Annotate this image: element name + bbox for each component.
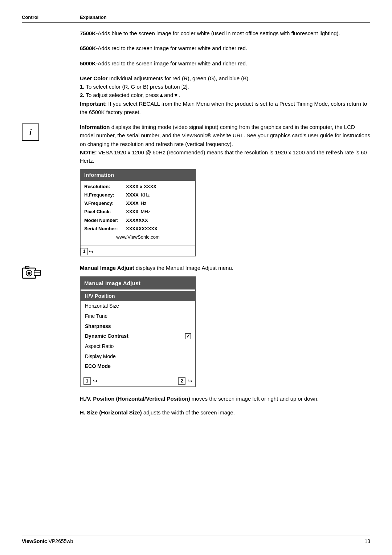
text-user-color: User Color Individual adjustments for re… [80,74,370,116]
entry-6500k: 6500K-Adds red to the screen image for w… [22,44,370,52]
info-value-serial: XXXXXXXXXX [126,225,158,232]
text-information: Information displays the timing mode (vi… [80,123,370,261]
step2-label: 2. [80,92,85,98]
svg-rect-3 [25,266,29,268]
mia-bottom-left: 1 ↪ [83,377,98,385]
info-label-hfreq: H.Frequency: [84,191,126,199]
mia-item-display-mode-label: Display Mode [85,353,116,361]
info-btn-1: 1 [81,248,88,255]
entry-manual-image-adjust: Manual Image Adjust displays the Manual … [22,264,370,392]
info-btn-1-icon: ↪ [89,247,94,256]
information-label: Information [80,124,110,130]
mia-item-finetune: Fine Tune [81,311,195,321]
info-value-pixelclock: XXXX [126,208,139,215]
mia-item-dynamic-contrast-label: Dynamic Contrast [85,332,128,340]
text-6500k: 6500K-Adds red to the screen image for w… [80,44,370,52]
info-row-url: www.ViewSonic.com [84,234,192,241]
hsize-label: H. Size (Horizontal Size) [80,409,142,416]
mia-btn-2-icon: ↪ [188,377,192,385]
info-label-serial: Serial Number: [84,225,126,232]
mia-item-display-mode: Display Mode [81,352,195,362]
info-value-vfreq: XXXX [126,200,139,207]
hv-position-label: H./V. Position (Horizontal/Vertical Posi… [80,396,190,402]
mia-item-hsize: Horizontal Size [81,301,195,311]
mia-box-title: Manual Image Adjust [81,277,195,289]
mia-btn-1-icon: ↪ [93,377,98,385]
mia-items-list: H/V Position Horizontal Size Fine Tune S… [81,289,195,374]
entry-user-color: User Color Individual adjustments for re… [22,74,370,116]
label-user-color: User Color [80,75,108,81]
header-explanation-label: Explanation [80,15,107,20]
text-7500k: 7500K-Adds blue to the screen image for … [80,29,370,37]
entry-information: i Information displays the timing mode (… [22,123,370,261]
info-unit-vfreq: Hz [141,200,147,207]
text-hsize: H. Size (Horizontal Size) adjusts the wi… [80,408,370,417]
info-label-vfreq: V.Frequency: [84,200,126,207]
info-label-pixelclock: Pixel Clock: [84,208,126,215]
mia-item-sharpness: Sharpness [81,321,195,332]
information-table: Resolution: XXXX x XXXX H.Frequency: XXX… [81,181,195,244]
info-row-vfreq: V.Frequency: XXXX Hz [84,200,192,207]
mia-item-hsize-label: Horizontal Size [85,302,119,310]
footer-model: VP2655wb [49,538,73,544]
entry-7500k: 7500K-Adds blue to the screen image for … [22,29,370,37]
mia-item-eco-mode-label: ECO Mode [85,362,111,370]
note-label: NOTE: [80,149,97,155]
svg-point-2 [28,272,30,275]
info-unit-pixelclock: MHz [141,208,151,215]
info-bottom-row: 1 ↪ [81,246,195,256]
table-header: Control Explanation [22,15,370,23]
header-control-label: Control [22,15,80,20]
mia-item-aspect-ratio-label: Aspect Ratio [85,343,114,351]
information-icon-area: i [22,123,80,141]
mia-item-eco-mode: ECO Mode [81,361,195,372]
mia-item-finetune-label: Fine Tune [85,312,107,320]
mia-item-aspect-ratio: Aspect Ratio [81,341,195,352]
info-label-model: Model Number: [84,217,126,224]
text-5000k: 5000K-Adds red to the screen image for w… [80,59,370,68]
mia-bottom-row: 1 ↪ 2 ↪ [81,375,195,386]
mia-btn-1: 1 [83,377,91,385]
step1-label: 1. [80,84,85,90]
info-row-serial: Serial Number: XXXXXXXXXX [84,225,192,232]
info-row-hfreq: H.Frequency: XXXX KHz [84,191,192,199]
info-value-resolution: XXXX x XXXX [126,183,156,190]
info-value-url: www.ViewSonic.com [116,234,160,240]
entry-hsize: H. Size (Horizontal Size) adjusts the wi… [22,408,370,417]
info-i-char: i [29,128,32,137]
mia-btn-2: 2 [178,377,185,385]
mia-label: Manual Image Adjust [80,265,134,271]
dynamic-contrast-checkbox[interactable]: ✓ [185,333,191,339]
information-box: Information Resolution: XXXX x XXXX H.Fr… [80,169,196,256]
mia-bottom-right: 2 ↪ [178,377,192,385]
footer-brand-model: ViewSonic VP2655wb [22,538,73,544]
info-row-pixelclock: Pixel Clock: XXXX MHz [84,208,192,215]
mia-icon-wrap [22,264,41,281]
info-row-model: Model Number: XXXXXXX [84,217,192,224]
entry-5000k: 5000K-Adds red to the screen image for w… [22,59,370,68]
text-manual-image-adjust: Manual Image Adjust displays the Manual … [80,264,370,392]
info-label-resolution: Resolution: [84,183,126,190]
mia-box: Manual Image Adjust H/V Position Horizon… [80,276,196,387]
mia-icon-area [22,264,80,281]
mia-item-hvposition: H/V Position [81,291,195,301]
footer-brand: ViewSonic [22,538,47,544]
mia-item-dynamic-contrast: Dynamic Contrast ✓ [81,331,195,341]
label-5000k: 5000K- [80,60,98,66]
mia-item-hvposition-label: H/V Position [85,292,115,300]
information-box-title: Information [81,170,195,181]
page-container: Control Explanation 7500K-Adds blue to t… [0,0,392,555]
entry-hv-position: H./V. Position (Horizontal/Vertical Posi… [22,394,370,403]
mia-item-sharpness-label: Sharpness [85,323,111,331]
info-value-model: XXXXXXX [126,217,148,224]
label-7500k: 7500K- [80,30,98,36]
label-6500k: 6500K- [80,45,98,51]
info-value-hfreq: XXXX [126,191,139,199]
page-footer: ViewSonic VP2655wb 13 [22,535,370,544]
text-hv-position: H./V. Position (Horizontal/Vertical Posi… [80,394,370,403]
information-icon: i [22,123,39,141]
important-label: Important: [80,101,107,107]
info-unit-hfreq: KHz [141,191,150,199]
info-row-resolution: Resolution: XXXX x XXXX [84,183,192,190]
footer-page-number: 13 [364,538,370,544]
